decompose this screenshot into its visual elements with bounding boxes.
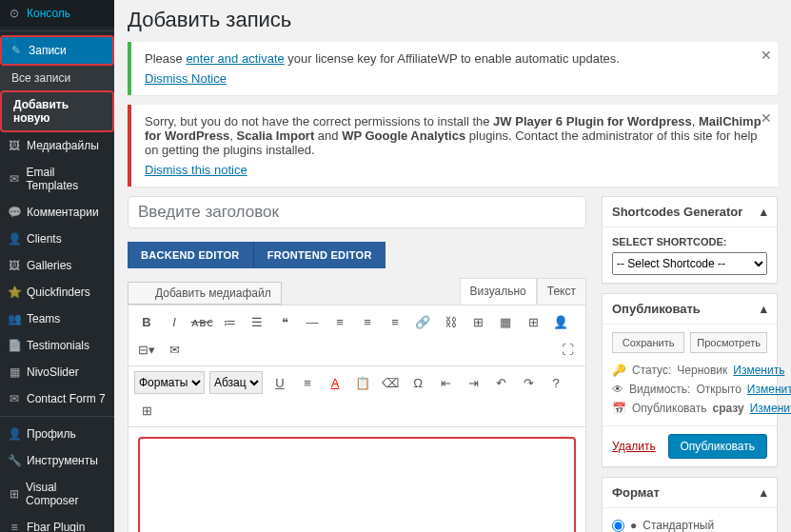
menu-icon: ▦ xyxy=(8,365,21,379)
edit-status-link[interactable]: Изменить xyxy=(733,364,784,377)
email-icon[interactable]: ✉ xyxy=(162,337,187,362)
align-right-icon[interactable]: ≡ xyxy=(383,309,407,334)
grid-icon[interactable]: ⊞ xyxy=(134,398,159,423)
sidebar-item-3[interactable]: ✉Email Templates xyxy=(0,159,114,199)
tab-text[interactable]: Текст xyxy=(537,278,586,305)
quote-icon[interactable]: ❝ xyxy=(272,309,297,334)
outdent-icon[interactable]: ⇤ xyxy=(433,370,458,395)
sidebar-item-label: Quickfinders xyxy=(27,286,90,299)
sidebar-sub-0[interactable]: Все записи xyxy=(0,66,114,90)
sidebar-item-5[interactable]: 👤Clients xyxy=(0,226,114,252)
sidebar-item-0[interactable]: ⊙Консоль xyxy=(0,0,114,27)
sidebar-item-11[interactable]: ✉Contact Form 7 xyxy=(0,385,114,412)
preview-button[interactable]: Просмотреть xyxy=(690,332,767,353)
insert-icon[interactable]: ▦ xyxy=(493,309,518,334)
menu-icon: ⊞ xyxy=(8,487,20,501)
panel-header[interactable]: Опубликовать▴ xyxy=(603,294,777,325)
edit-date-link[interactable]: Изменить xyxy=(750,402,791,415)
sidebar-item-label: Fbar Plugin xyxy=(27,521,85,532)
main-content: Добавить запись Please enter and activat… xyxy=(114,0,791,532)
sidebar-item-8[interactable]: 👥Teams xyxy=(0,305,114,332)
enter-activate-link[interactable]: enter and activate xyxy=(186,51,284,66)
sidebar-item-4[interactable]: 💬Комментарии xyxy=(0,199,114,226)
underline-icon[interactable]: U xyxy=(267,370,292,395)
shortcode-label: SELECT SHORTCODE: xyxy=(612,236,726,247)
menu-icon: ⭐ xyxy=(8,286,21,299)
italic-icon[interactable]: I xyxy=(162,309,187,334)
align-left-icon[interactable]: ≡ xyxy=(327,309,352,334)
dismiss-notice-link[interactable]: Dismiss this notice xyxy=(145,163,247,177)
sidebar-item-2[interactable]: 🖼Медиафайлы xyxy=(0,132,114,159)
format-panel: Формат▴ ●Стандартный📝Заметка🖼Изображение… xyxy=(602,477,778,532)
shortcode-select[interactable]: -- Select Shortcode -- xyxy=(612,252,767,275)
menu-icon: ✉ xyxy=(8,172,20,186)
sidebar-item-label: Профиль xyxy=(27,427,76,441)
clear-icon[interactable]: ⌫ xyxy=(378,370,403,395)
save-draft-button[interactable]: Сохранить xyxy=(612,332,684,353)
bullet-list-icon[interactable]: ≔ xyxy=(217,309,242,334)
menu-icon: ≡ xyxy=(8,521,21,532)
justify-icon[interactable]: ≡ xyxy=(295,370,320,395)
panel-header[interactable]: Формат▴ xyxy=(603,478,777,508)
formats-select[interactable]: Форматы xyxy=(134,371,205,394)
menu-icon: 👤 xyxy=(8,427,21,441)
backend-editor-button[interactable]: BACKEND EDITOR xyxy=(128,242,254,268)
publish-button[interactable]: Опубликовать xyxy=(668,434,767,459)
format-radio[interactable] xyxy=(612,520,624,532)
close-icon[interactable]: ✕ xyxy=(761,48,772,63)
menu-icon: ✉ xyxy=(8,392,21,405)
sidebar-item-label: Записи xyxy=(29,44,67,57)
editor-toolbar-wrap: B I ᴀʙᴄ ≔ ☰ ❝ — ≡ ≡ ≡ 🔗 ⛓ ⊞ ▦ ⊞ xyxy=(128,305,586,532)
sidebar-item-label: Testimonials xyxy=(27,339,89,352)
delete-link[interactable]: Удалить xyxy=(612,440,656,453)
sidebar-item-9[interactable]: 📄Testimonials xyxy=(0,332,114,359)
unlink-icon[interactable]: ⛓ xyxy=(438,309,463,334)
align-center-icon[interactable]: ≡ xyxy=(355,309,380,334)
user-icon[interactable]: 👤 xyxy=(548,309,573,334)
more-icon[interactable]: ⊞ xyxy=(465,309,490,334)
paragraph-select[interactable]: Абзац xyxy=(209,371,263,394)
format-label: Стандартный xyxy=(643,519,714,532)
add-media-button[interactable]: 🖼Добавить медиафайл xyxy=(128,282,282,305)
sidebar-item-label: Clients xyxy=(27,232,62,246)
redo-icon[interactable]: ↷ xyxy=(516,370,541,395)
dropdown-icon[interactable]: ⊟▾ xyxy=(134,337,159,362)
post-content-editor[interactable] xyxy=(138,437,576,532)
bold-icon[interactable]: B xyxy=(134,309,159,334)
sidebar-item-14[interactable]: ⊞Visual Composer xyxy=(0,474,114,514)
table-icon[interactable]: ⊞ xyxy=(521,309,545,334)
menu-icon: 🖼 xyxy=(8,259,21,272)
sidebar-item-15[interactable]: ≡Fbar Plugin xyxy=(0,514,114,532)
undo-icon[interactable]: ↶ xyxy=(488,370,513,395)
collapse-icon: ▴ xyxy=(761,485,767,500)
number-list-icon[interactable]: ☰ xyxy=(245,309,269,334)
color-icon[interactable]: A xyxy=(323,370,347,395)
paste-text-icon[interactable]: 📋 xyxy=(350,370,375,395)
collapse-icon: ▴ xyxy=(761,205,767,219)
sidebar-item-7[interactable]: ⭐Quickfinders xyxy=(0,279,114,305)
strike-icon[interactable]: ᴀʙᴄ xyxy=(189,309,214,334)
sidebar-item-1[interactable]: ✎Записи xyxy=(0,35,114,66)
link-icon[interactable]: 🔗 xyxy=(410,309,435,334)
edit-visibility-link[interactable]: Изменить xyxy=(747,383,791,396)
sidebar-item-13[interactable]: 🔧Инструменты xyxy=(0,447,114,474)
sidebar-item-label: Galleries xyxy=(27,259,71,272)
dismiss-notice-link[interactable]: Dismiss Notice xyxy=(145,71,227,86)
indent-icon[interactable]: ⇥ xyxy=(461,370,485,395)
frontend-editor-button[interactable]: FRONTEND EDITOR xyxy=(254,242,386,268)
help-icon[interactable]: ? xyxy=(544,370,568,395)
sidebar-sub-1[interactable]: Добавить новую xyxy=(0,90,114,132)
format-option-0[interactable]: ●Стандартный xyxy=(612,516,767,532)
sidebar-item-6[interactable]: 🖼Galleries xyxy=(0,252,114,279)
menu-icon: 👤 xyxy=(8,232,21,246)
special-char-icon[interactable]: Ω xyxy=(405,370,430,395)
hr-icon[interactable]: — xyxy=(300,309,325,334)
fullscreen-icon[interactable]: ⛶ xyxy=(555,337,580,362)
sidebar-item-label: Email Templates xyxy=(26,166,107,192)
sidebar-item-10[interactable]: ▦NivoSlider xyxy=(0,359,114,385)
panel-header[interactable]: Shortcodes Generator▴ xyxy=(603,197,777,227)
sidebar-item-12[interactable]: 👤Профиль xyxy=(0,421,114,447)
close-icon[interactable]: ✕ xyxy=(761,110,772,126)
post-title-input[interactable] xyxy=(128,196,586,228)
tab-visual[interactable]: Визуально xyxy=(460,278,537,305)
